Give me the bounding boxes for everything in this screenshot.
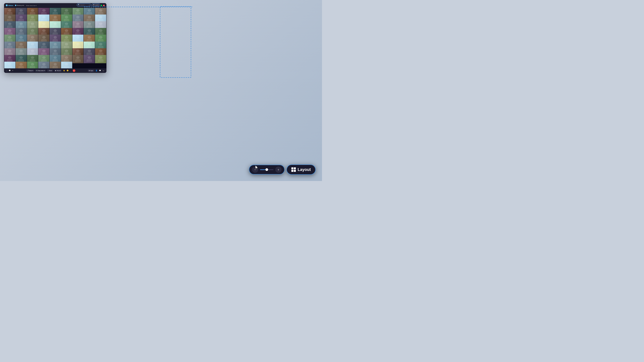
person-head <box>88 16 91 18</box>
layout-button-large[interactable]: Layout <box>286 164 316 175</box>
end-call-button[interactable]: ✕ <box>73 69 75 72</box>
search-bar[interactable]: 🔍 ✕ <box>77 3 91 6</box>
person-head <box>65 16 68 18</box>
search-icon: 🔍 <box>78 4 80 6</box>
person-body <box>86 59 92 62</box>
person-head <box>99 16 102 18</box>
share-icon: ↑ <box>48 70 48 71</box>
grid-cell-1 <box>291 167 294 169</box>
person-head <box>42 43 46 45</box>
chevron-down-icon[interactable]: ▾ <box>12 69 14 72</box>
person-head <box>42 63 46 65</box>
person-head <box>76 29 80 32</box>
maximize-button[interactable] <box>100 5 102 6</box>
person-head <box>76 56 80 59</box>
stop-video-button[interactable]: 📷 Stop video ▾ <box>35 69 46 72</box>
person-head <box>42 9 46 12</box>
person-head <box>8 43 12 45</box>
person-head <box>42 16 46 18</box>
person-head <box>65 43 68 45</box>
video-cell <box>50 62 61 68</box>
person-head <box>31 16 34 18</box>
person-head <box>20 63 23 65</box>
person-head <box>65 50 68 52</box>
chat-bubble-icon[interactable]: 💬 <box>98 69 102 72</box>
apps-button[interactable]: ⊞ Apps <box>88 69 94 72</box>
person-head <box>20 9 23 12</box>
webex-logo: Webex <box>6 4 13 6</box>
search-input[interactable] <box>80 4 88 6</box>
person-head <box>8 50 12 52</box>
show-menu-button[interactable]: Show menu bar ▾ <box>26 5 36 6</box>
record-button[interactable]: ⏺ Record <box>54 69 62 72</box>
person-head <box>42 50 46 52</box>
person-head <box>65 9 68 12</box>
plus-icon: + <box>278 168 279 171</box>
emoji-icon[interactable]: 😊 <box>66 69 69 72</box>
close-button[interactable] <box>103 5 105 6</box>
person-head <box>42 29 46 32</box>
chat-icon[interactable]: 💬 <box>8 69 11 72</box>
person-head <box>99 56 102 59</box>
mute-label: Mute <box>29 70 32 71</box>
person-head <box>76 50 80 52</box>
search-clear-icon[interactable]: ✕ <box>89 4 90 6</box>
person-head <box>20 50 23 52</box>
person-body <box>98 59 104 62</box>
zoom-out-button[interactable]: − <box>252 166 258 173</box>
person-head <box>88 56 91 59</box>
show-menu-label: Show menu bar <box>26 5 35 6</box>
person-head <box>88 36 91 38</box>
person-body <box>52 66 58 68</box>
person-head <box>8 56 12 59</box>
person-head <box>54 50 57 52</box>
person-head <box>65 56 68 59</box>
person-head <box>31 56 34 59</box>
person-body <box>41 66 47 68</box>
mute-button[interactable]: 🎤 Mute ▾ <box>26 69 34 72</box>
more-options-right-button[interactable]: ••• <box>102 69 105 72</box>
person-head <box>20 16 23 18</box>
meeting-info-label: Meeting info <box>17 5 24 6</box>
toolbar-center: 🎤 Mute ▾ 📷 Stop video ▾ ↑ Share ⏺ Record… <box>26 69 75 72</box>
person-head <box>65 36 68 38</box>
share-button[interactable]: ↑ Share <box>47 69 53 72</box>
person-head <box>42 56 46 59</box>
person-head <box>8 16 12 18</box>
video-cell <box>61 62 72 68</box>
grid-cell-3 <box>291 170 294 172</box>
person-head <box>65 29 68 32</box>
layout-button-top[interactable]: ⊞ Layout <box>92 3 100 6</box>
end-call-icon: ✕ <box>73 70 74 71</box>
person-head <box>31 29 34 32</box>
person-head <box>31 36 34 38</box>
record-icon: ⏺ <box>55 70 56 71</box>
person-head <box>88 22 91 25</box>
toolbar-right: ⊞ Apps 👤 💬 ••• <box>88 69 105 72</box>
zoom-slider-thumb[interactable] <box>266 168 268 171</box>
apps-icon: ⊞ <box>89 70 90 71</box>
video-chevron-icon[interactable]: ▾ <box>44 70 45 71</box>
home-icon[interactable]: ⌂ <box>6 69 8 72</box>
more-options-button[interactable]: ... <box>70 69 72 72</box>
mute-chevron-icon[interactable]: ▾ <box>32 70 33 71</box>
person-head <box>8 36 12 38</box>
person-body <box>7 66 12 68</box>
person-head <box>88 9 91 12</box>
person-body <box>75 59 81 62</box>
meeting-info-button[interactable]: i Meeting info <box>15 5 24 6</box>
person-head <box>76 9 80 12</box>
layout-label-top: Layout <box>95 4 99 5</box>
reactions-button[interactable]: 👋 <box>62 69 66 72</box>
participants-icon[interactable]: 👤 <box>95 69 98 72</box>
layout-label-large: Layout <box>298 167 311 172</box>
ellipsis-icon: ... <box>70 70 72 71</box>
person-head <box>54 63 57 65</box>
zoom-in-button[interactable]: + <box>275 166 282 173</box>
layout-grid-icon-small: ⊞ <box>93 4 94 6</box>
person-head <box>8 22 12 25</box>
video-cell <box>4 62 16 68</box>
person-head <box>99 22 102 25</box>
person-head <box>31 63 34 65</box>
person-head <box>54 36 57 38</box>
